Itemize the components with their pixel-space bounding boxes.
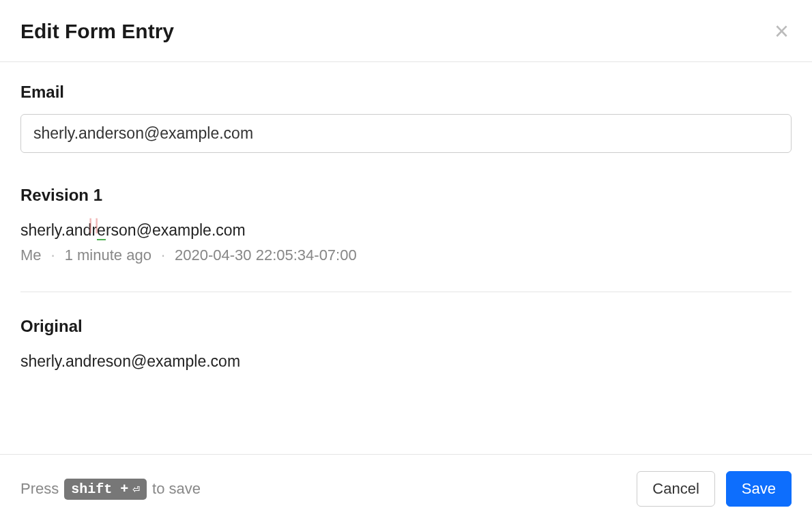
divider	[20, 292, 792, 292]
edit-form-entry-modal: Edit Form Entry × Email Revision 1 sherl…	[0, 0, 812, 523]
save-button[interactable]: Save	[726, 471, 792, 507]
cancel-button[interactable]: Cancel	[637, 471, 714, 507]
save-hint: Press shift + ⏎ to save	[20, 479, 201, 500]
meta-separator: ·	[51, 246, 55, 264]
original-value: sherly.andreson@example.com	[20, 352, 792, 371]
footer-buttons: Cancel Save	[637, 471, 792, 507]
original-title: Original	[20, 317, 792, 336]
email-field[interactable]	[20, 114, 792, 153]
hint-suffix: to save	[152, 480, 201, 498]
revision-title: Revision 1	[20, 186, 792, 205]
revision-section: Revision 1 sherly.and⎮⎮rerson@example.co…	[20, 186, 792, 264]
revision-timestamp: 2020-04-30 22:05:34-07:00	[175, 246, 357, 264]
enter-icon: ⏎	[132, 481, 140, 496]
revision-value: sherly.and⎮⎮rerson@example.com	[20, 221, 792, 240]
revision-value-suffix: rson@example.com	[106, 221, 246, 239]
keyboard-shortcut: shift + ⏎	[64, 479, 147, 500]
revision-author: Me	[20, 246, 42, 264]
email-label: Email	[20, 83, 792, 102]
close-icon[interactable]: ×	[772, 19, 792, 44]
kbd-text: shift +	[71, 481, 128, 497]
modal-body: Email Revision 1 sherly.and⎮⎮rerson@exam…	[0, 62, 812, 454]
modal-title: Edit Form Entry	[20, 20, 174, 43]
meta-separator: ·	[161, 246, 165, 264]
diff-marker: ⎮⎮r	[91, 221, 97, 240]
revision-relative-time: 1 minute ago	[65, 246, 151, 264]
original-section: Original sherly.andreson@example.com	[20, 317, 792, 371]
revision-value-prefix: sherly.and	[20, 221, 91, 239]
diff-delete-icon: ⎮⎮	[87, 218, 100, 234]
modal-footer: Press shift + ⏎ to save Cancel Save	[0, 454, 812, 523]
modal-header: Edit Form Entry ×	[0, 0, 812, 62]
hint-prefix: Press	[20, 480, 59, 498]
revision-meta: Me · 1 minute ago · 2020-04-30 22:05:34-…	[20, 246, 792, 264]
